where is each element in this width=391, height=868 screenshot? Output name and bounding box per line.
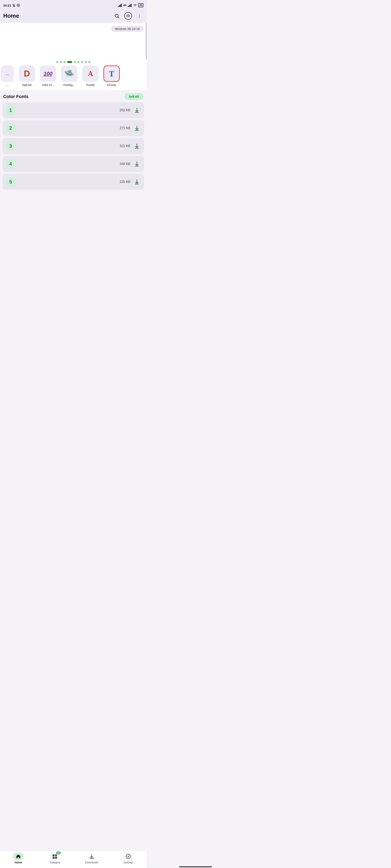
font-icon-fontm: A xyxy=(82,65,99,82)
signal2-icon xyxy=(128,4,132,7)
font-icon-more: ... xyxy=(1,65,14,82)
svg-rect-10 xyxy=(129,5,130,7)
svg-point-18 xyxy=(139,17,140,18)
font-number-badge: 5 xyxy=(6,177,16,187)
font-number-badge: 4 xyxy=(6,159,16,169)
font-item-right: 281 KB xyxy=(120,106,141,114)
svg-rect-11 xyxy=(130,4,131,7)
download-button[interactable] xyxy=(133,124,141,132)
svg-point-17 xyxy=(139,16,140,16)
gear-icon xyxy=(17,4,20,7)
font-icon-fontspace: 🛸 xyxy=(61,65,77,82)
dot-8 xyxy=(85,61,87,63)
svg-rect-3 xyxy=(118,6,118,7)
page-title: Home xyxy=(3,12,19,19)
svg-rect-9 xyxy=(129,5,129,7)
font-item-right: 225 KB xyxy=(120,178,141,186)
app-bar: Home AD xyxy=(0,10,147,23)
sell-all-button[interactable]: Sell All xyxy=(124,93,143,100)
font-item-right: 321 KB xyxy=(120,142,141,150)
svg-rect-5 xyxy=(119,5,120,7)
status-bar: 10:21 4G xyxy=(0,0,147,10)
download-button[interactable] xyxy=(133,106,141,114)
download-button[interactable] xyxy=(133,142,141,150)
font-source-ffonts[interactable]: T FFonts xyxy=(101,65,122,87)
font-label-fontm: FontM xyxy=(86,84,94,87)
scroll-indicator xyxy=(146,23,147,59)
dot-9 xyxy=(88,61,90,63)
font-size-label: 225 KB xyxy=(120,180,130,184)
wifi-icon xyxy=(133,4,137,7)
font-label-more: ... xyxy=(6,84,8,87)
dot-6 xyxy=(77,61,79,63)
app-bar-actions: AD xyxy=(113,12,143,20)
font-list-item: 1 281 KB xyxy=(2,102,144,118)
download-icon xyxy=(134,179,140,185)
font-sources-row: ... ... D DaFont 100 1001 Fr... 🛸 FontSp… xyxy=(0,65,147,90)
font-size-label: 321 KB xyxy=(120,144,130,148)
font-label-dafont: DaFont xyxy=(22,84,32,87)
banner-section: Windows 3D 14+15 xyxy=(0,23,147,59)
mute-icon xyxy=(12,4,16,7)
dot-3 xyxy=(63,61,65,63)
font-list-item: 3 321 KB xyxy=(2,138,144,154)
font-list-item: 4 349 KB xyxy=(2,156,144,172)
svg-rect-6 xyxy=(120,4,121,7)
search-button[interactable] xyxy=(113,12,121,20)
font-icon-dafont: D xyxy=(19,65,35,82)
font-source-fontm[interactable]: A FontM xyxy=(80,65,101,87)
more-button[interactable] xyxy=(135,12,143,20)
font-label-1001: 1001 Fr... xyxy=(42,84,54,87)
font-size-label: 271 KB xyxy=(120,126,130,130)
more-icon xyxy=(137,13,142,18)
font-item-right: 349 KB xyxy=(120,160,141,168)
font-size-label: 349 KB xyxy=(120,162,130,166)
svg-point-2 xyxy=(18,5,19,6)
download-icon xyxy=(134,143,140,149)
svg-rect-7 xyxy=(121,4,122,7)
font-source-1001[interactable]: 100 1001 Fr... xyxy=(37,65,59,87)
font-icon-ffonts: T xyxy=(104,65,120,82)
font-size-label: 281 KB xyxy=(120,108,130,112)
font-source-fontspace[interactable]: 🛸 FontSp... xyxy=(59,65,80,87)
status-icons: 4G 25 xyxy=(118,3,143,7)
status-time: 10:21 xyxy=(3,4,20,7)
font-source-more[interactable]: ... ... xyxy=(0,65,16,87)
4g-label: 4G xyxy=(123,4,127,7)
download-button[interactable] xyxy=(133,160,141,168)
font-number-badge: 3 xyxy=(6,141,16,151)
dot-4-active xyxy=(67,61,72,63)
download-button[interactable] xyxy=(133,178,141,186)
download-icon xyxy=(134,107,140,113)
dot-2 xyxy=(60,61,62,63)
font-list: 1 281 KB 2 271 KB 3 3 xyxy=(0,102,147,190)
font-list-item: 5 225 KB xyxy=(2,174,144,190)
dot-5 xyxy=(74,61,76,63)
battery-indicator: 25 xyxy=(138,3,143,7)
svg-line-15 xyxy=(118,17,119,18)
font-label-ffonts: FFonts xyxy=(107,84,116,87)
font-list-item: 2 271 KB xyxy=(2,120,144,136)
download-icon xyxy=(134,125,140,131)
font-item-right: 271 KB xyxy=(120,124,141,132)
carousel-dots xyxy=(0,59,147,65)
time-display: 10:21 xyxy=(3,4,11,7)
font-number-badge: 1 xyxy=(6,105,16,115)
font-number-badge: 2 xyxy=(6,123,16,133)
svg-rect-12 xyxy=(131,4,132,7)
banner-tag: Windows 3D 14+15 xyxy=(111,26,143,32)
dot-1 xyxy=(56,61,58,63)
svg-point-16 xyxy=(139,14,140,15)
download-icon xyxy=(134,161,140,167)
dot-7 xyxy=(81,61,83,63)
signal-icon xyxy=(118,4,122,7)
search-icon xyxy=(114,13,119,19)
font-icon-1001: 100 xyxy=(40,65,56,82)
color-fonts-header: Color Fonts Sell All xyxy=(0,90,147,102)
svg-rect-8 xyxy=(128,6,128,7)
color-fonts-title: Color Fonts xyxy=(3,94,28,99)
ad-label: AD xyxy=(126,14,130,17)
font-label-fontspace: FontSp... xyxy=(63,84,75,87)
font-source-dafont[interactable]: D DaFont xyxy=(16,65,37,87)
ad-button[interactable]: AD xyxy=(124,12,132,20)
